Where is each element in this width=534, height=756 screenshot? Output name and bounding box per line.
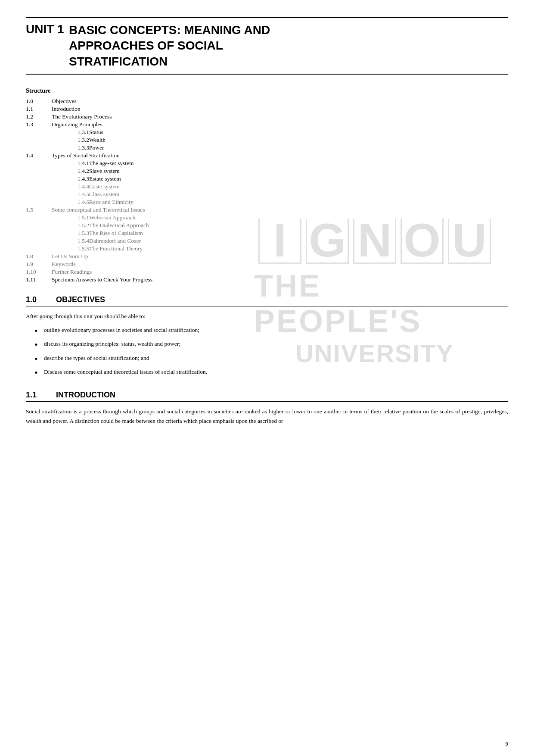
unit-number: UNIT 1 bbox=[26, 22, 69, 69]
list-item: • Discuss some conceptual and theoretica… bbox=[34, 367, 508, 378]
toc-item-1.4: 1.4 Types of Social Stratification bbox=[26, 152, 508, 159]
toc-item-1.5.4: 1.5.4 Dahrendorf and Coser bbox=[26, 237, 508, 244]
page-number: 9 bbox=[506, 740, 509, 747]
logo-peoples: THE PEOPLE'S bbox=[254, 268, 495, 339]
toc-item-1.8: 1.8 Let Us Sum Up bbox=[26, 253, 508, 260]
toc-item-1.1: 1.1 Introduction bbox=[26, 106, 508, 112]
toc-item-1.5: 1.5 Some conceptual and Theoretical Issu… bbox=[26, 206, 508, 213]
toc-item-1.5.2: 1.5.2 The Dialectical Approach bbox=[26, 222, 508, 229]
toc-item-1.3.3: 1.3.3 Power bbox=[26, 144, 508, 151]
bullet-icon: • bbox=[34, 339, 42, 350]
toc-item-1.2: 1.2 The Evolutionary Process bbox=[26, 113, 508, 120]
toc-item-1.4.6: 1.4.6 Race and Ethnicity bbox=[26, 199, 508, 206]
toc-item-1.3.1: 1.3.1 Status bbox=[26, 129, 508, 136]
toc-item-1.5.5: 1.5.5 The Functional Theory bbox=[26, 245, 508, 252]
bullet-icon: • bbox=[34, 325, 42, 337]
bullet-icon: • bbox=[34, 367, 42, 378]
introduction-heading: 1.1 INTRODUCTION bbox=[26, 390, 508, 402]
toc-item-1.0: 1.0 Objectives bbox=[26, 98, 508, 105]
toc-item-1.9: 1.9 Keywords bbox=[26, 261, 508, 268]
bullet-icon: • bbox=[34, 353, 42, 365]
toc-item-1.5.1: 1.5.1 Weberian Approach bbox=[26, 214, 508, 221]
unit-title: BASIC CONCEPTS: MEANING AND APPROACHES O… bbox=[69, 22, 270, 69]
toc-section: I G N O U THE PEOPLE'S UNIVERSITY 1.0 Ob… bbox=[26, 98, 508, 283]
toc-item-1.4.5: 1.4.5 Class system bbox=[26, 191, 508, 198]
toc-item-1.10: 1.10 Further Readings bbox=[26, 269, 508, 275]
toc-item-1.4.2: 1.4.2 Slave system bbox=[26, 168, 508, 175]
unit-title-block: UNIT 1 BASIC CONCEPTS: MEANING AND APPRO… bbox=[26, 17, 508, 75]
toc-item-1.4.1: 1.4.1 The age-set system bbox=[26, 160, 508, 167]
toc-item-1.5.3: 1.5.3 The Rise of Capitalism bbox=[26, 230, 508, 237]
introduction-body: Social stratification is a process throu… bbox=[26, 407, 508, 425]
toc-item-1.4.4: 1.4.4 Caste system bbox=[26, 183, 508, 190]
toc-item-1.4.3: 1.4.3 Estate system bbox=[26, 175, 508, 182]
logo-university: UNIVERSITY bbox=[295, 339, 454, 366]
structure-label: Structure bbox=[26, 87, 508, 94]
toc-item-1.3: 1.3 Organizing Principles bbox=[26, 121, 508, 128]
toc-item-1.3.2: 1.3.2 Wealth bbox=[26, 137, 508, 144]
